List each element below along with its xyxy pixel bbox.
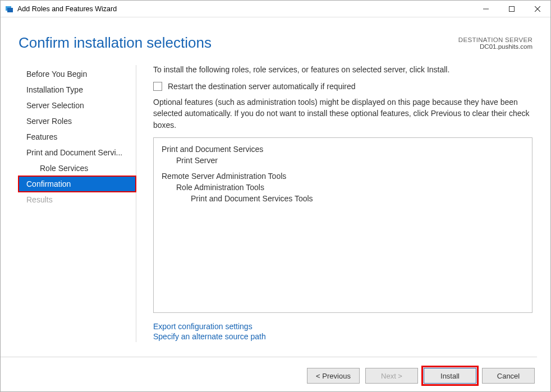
list-gap	[162, 167, 524, 172]
sidebar-item-server-roles[interactable]: Server Roles	[19, 113, 136, 129]
next-button: Next >	[365, 368, 418, 384]
alternate-source-link[interactable]: Specify an alternate source path	[153, 332, 532, 341]
sidebar-item-results: Results	[19, 192, 136, 207]
sidebar-item-server-selection[interactable]: Server Selection	[19, 98, 136, 113]
button-row: < Previous Next > Install Cancel	[307, 361, 535, 384]
page-title: Confirm installation selections	[19, 34, 212, 52]
install-item: Role Administration Tools	[162, 183, 524, 192]
restart-label: Restart the destination server automatic…	[168, 82, 356, 91]
window-title: Add Roles and Features Wizard	[17, 5, 473, 13]
sidebar-item-print-and-document-servi[interactable]: Print and Document Servi...	[19, 145, 136, 160]
cancel-button[interactable]: Cancel	[482, 368, 535, 384]
optional-features-text: Optional features (such as administratio…	[153, 96, 532, 131]
destination-server: DESTINATION SERVER DC01.pushits.com	[458, 36, 532, 52]
sidebar-item-before-you-begin[interactable]: Before You Begin	[19, 66, 136, 82]
svg-rect-1	[7, 8, 13, 12]
header: Confirm installation selections DESTINAT…	[1, 17, 550, 57]
destination-server-value: DC01.pushits.com	[458, 43, 532, 50]
install-list: Print and Document ServicesPrint ServerR…	[153, 137, 532, 313]
restart-checkbox[interactable]	[153, 82, 162, 91]
sidebar-item-role-services[interactable]: Role Services	[19, 160, 136, 176]
intro-text: To install the following roles, role ser…	[153, 65, 532, 74]
install-item: Remote Server Administration Tools	[162, 172, 524, 181]
sidebar-item-installation-type[interactable]: Installation Type	[19, 82, 136, 98]
previous-button[interactable]: < Previous	[307, 368, 360, 384]
restart-option[interactable]: Restart the destination server automatic…	[153, 82, 532, 91]
app-icon	[5, 4, 14, 13]
titlebar: Add Roles and Features Wizard	[1, 1, 550, 17]
install-item: Print Server	[162, 156, 524, 165]
install-item: Print and Document Services Tools	[162, 194, 524, 203]
sidebar-item-features[interactable]: Features	[19, 129, 136, 145]
close-button[interactable]	[525, 1, 550, 17]
install-item: Print and Document Services	[162, 145, 524, 154]
window-controls	[473, 1, 550, 17]
main-content: To install the following roles, role ser…	[136, 65, 532, 342]
export-config-link[interactable]: Export configuration settings	[153, 322, 532, 331]
sidebar-item-confirmation[interactable]: Confirmation	[19, 176, 136, 192]
destination-server-label: DESTINATION SERVER	[458, 36, 532, 43]
svg-rect-3	[509, 6, 515, 11]
wizard-sidebar: Before You BeginInstallation TypeServer …	[19, 65, 136, 342]
links-area: Export configuration settings Specify an…	[153, 322, 532, 342]
maximize-button[interactable]	[499, 1, 525, 17]
minimize-button[interactable]	[473, 1, 499, 17]
install-button[interactable]: Install	[424, 368, 476, 384]
